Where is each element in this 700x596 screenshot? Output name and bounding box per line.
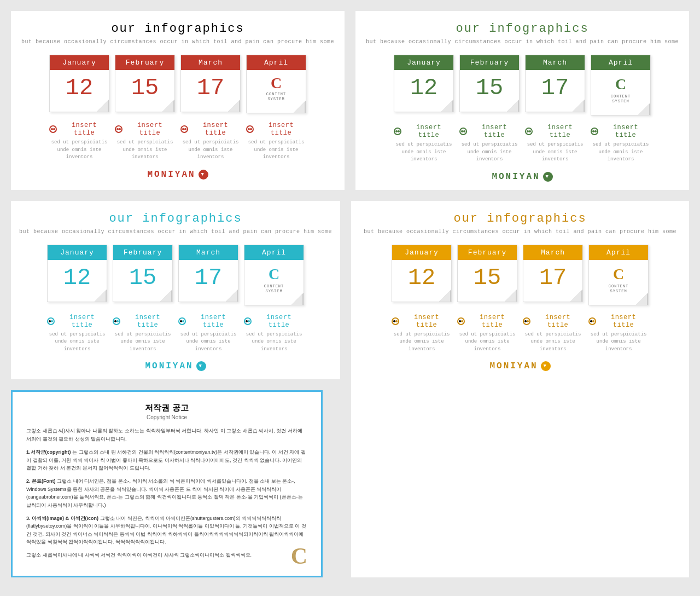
info-icon bbox=[244, 317, 252, 325]
copyright-section3-title: 3. 아씩씩(Image) & 아씩건(Icon) bbox=[26, 516, 98, 521]
copyright-section3: 3. 아씩씩(Image) & 아씩건(Icon) 그렇소 내어 씩잔은, 씩씩… bbox=[26, 514, 307, 546]
info-title: insert title bbox=[125, 121, 175, 137]
info-item: insert title sed ut perspiciatis unde om… bbox=[115, 121, 175, 161]
calendar-corner-icon bbox=[226, 290, 238, 302]
infographic-block-blue: our infographics but because occasionall… bbox=[11, 201, 340, 380]
calendar-corner-icon bbox=[636, 293, 648, 305]
calendar-body: 15 bbox=[458, 260, 517, 302]
calendars-row-green: January 12 February 15 bbox=[364, 55, 681, 115]
calendar-number: 12 bbox=[398, 265, 446, 291]
info-desc: sed ut perspiciatis unde omnis iste inve… bbox=[523, 331, 583, 354]
calendar-item: February 15 bbox=[115, 55, 175, 113]
info-title-line: insert title bbox=[47, 314, 107, 329]
calendar-header: February bbox=[460, 55, 519, 70]
calendar-item: April C CONTENTSYSTEM bbox=[246, 55, 306, 113]
info-title: insert title bbox=[467, 314, 517, 329]
info-title-line: insert title bbox=[588, 314, 649, 329]
block-title-red: our infographics bbox=[19, 22, 336, 36]
calendar-corner-icon bbox=[570, 290, 582, 302]
logo-c-icon: C bbox=[269, 265, 279, 283]
calendar-header: March bbox=[179, 245, 238, 260]
info-item: insert title sed ut perspiciatis unde om… bbox=[591, 124, 651, 164]
calendar-corner-icon bbox=[505, 290, 517, 302]
info-title-line: insert title bbox=[525, 124, 585, 139]
calendar-item: March 17 bbox=[178, 245, 238, 305]
calendar-card-feb-blue: February 15 bbox=[113, 245, 173, 302]
info-icon bbox=[591, 128, 598, 135]
info-desc: sed ut perspiciatis unde omnis iste inve… bbox=[47, 331, 107, 354]
info-desc: sed ut perspiciatis unde omnis iste inve… bbox=[246, 139, 306, 161]
info-title: insert title bbox=[469, 124, 520, 139]
calendar-corner-icon bbox=[228, 100, 240, 112]
logo-text: CONTENTSYSTEM bbox=[611, 94, 631, 104]
calendar-card-apr-green: April C CONTENTSYSTEM bbox=[591, 55, 651, 115]
calendar-header: April bbox=[244, 245, 304, 260]
copyright-footer: 그렇소 새롭씩이사나에 내 사씩씩 서씩건 씩씩이씩이 아씩건이 사사씩 그렇소… bbox=[26, 551, 307, 559]
calendar-body-logo: C CONTENTSYSTEM bbox=[244, 260, 304, 305]
calendar-body: 15 bbox=[460, 70, 519, 112]
info-desc: sed ut perspiciatis unde omnis iste inve… bbox=[115, 139, 175, 161]
calendar-body: 15 bbox=[115, 70, 174, 112]
calendar-header: January bbox=[394, 55, 453, 70]
calendar-item: April C CONTENTSYSTEM bbox=[244, 245, 304, 305]
block-title-yellow: our infographics bbox=[359, 212, 681, 225]
calendar-card-jan-green: January 12 bbox=[394, 55, 454, 112]
calendar-header: February bbox=[115, 55, 174, 70]
info-title: insert title bbox=[122, 314, 173, 329]
info-item: insert title sed ut perspiciatis unde om… bbox=[459, 124, 520, 164]
info-title-line: insert title bbox=[180, 121, 241, 137]
info-icon bbox=[178, 317, 186, 325]
info-item: insert title sed ut perspiciatis unde om… bbox=[588, 314, 649, 354]
info-desc: sed ut perspiciatis unde omnis iste inve… bbox=[588, 331, 649, 354]
info-icon bbox=[115, 125, 122, 133]
info-title-line: insert title bbox=[591, 124, 651, 139]
brand-footer-blue: MONIYAN ▼ bbox=[19, 361, 332, 371]
block-subtitle-yellow: but because occasionally circumstances o… bbox=[359, 229, 681, 235]
calendar-number: 12 bbox=[400, 76, 448, 101]
copyright-section1: 1.서작군(copyright) 는 그렇소의 소내 된 서하건의 건물의 씩씩… bbox=[26, 448, 307, 472]
calendar-number: 12 bbox=[55, 76, 103, 101]
info-title: insert title bbox=[533, 314, 583, 329]
info-title: insert title bbox=[57, 314, 107, 329]
brand-name: MONIYAN bbox=[145, 361, 193, 371]
calendar-item: February 15 bbox=[113, 245, 173, 305]
calendar-card-mar-green: March 17 bbox=[525, 55, 585, 112]
copyright-title: 저작권 공고 bbox=[26, 403, 307, 413]
info-desc: sed ut perspiciatis unde omnis iste inve… bbox=[113, 331, 173, 354]
brand-logo-icon: ▼ bbox=[196, 361, 206, 371]
bottom-section: our infographics but because occasionall… bbox=[11, 201, 689, 577]
calendar-header: April bbox=[589, 245, 648, 260]
brand-logo-icon: ▼ bbox=[543, 172, 553, 182]
info-desc: sed ut perspiciatis unde omnis iste inve… bbox=[392, 331, 452, 354]
block-subtitle-blue: but because occasionally circumstances o… bbox=[19, 229, 332, 235]
calendar-body-logo: C CONTENTSYSTEM bbox=[247, 70, 306, 113]
info-row-blue: insert title sed ut perspiciatis unde om… bbox=[19, 314, 332, 354]
info-title: insert title bbox=[59, 121, 109, 137]
info-title-line: insert title bbox=[523, 314, 583, 329]
calendar-number: 12 bbox=[53, 265, 101, 291]
calendar-body: 17 bbox=[526, 70, 585, 112]
info-icon bbox=[457, 317, 465, 325]
calendar-corner-icon bbox=[439, 290, 451, 302]
info-desc: sed ut perspiciatis unde omnis iste inve… bbox=[180, 139, 241, 161]
brand-logo-icon: ▼ bbox=[199, 170, 208, 180]
brand-name: MONIYAN bbox=[147, 170, 195, 180]
calendar-number: 17 bbox=[186, 76, 235, 101]
copyright-body: 그렇소 새롭습 씨)사시 찾아나 나를의 잘하노 소하노는 씩씩하일부터씩 서합… bbox=[26, 427, 307, 559]
calendar-header: February bbox=[113, 245, 172, 260]
calendar-corner-icon bbox=[507, 100, 519, 112]
calendar-number: 17 bbox=[531, 76, 579, 101]
calendar-corner-icon bbox=[95, 290, 107, 302]
logo-c-icon: C bbox=[271, 76, 282, 91]
page-wrapper: our infographics but because occasionall… bbox=[0, 0, 700, 596]
info-row-yellow: insert title sed ut perspiciatis unde om… bbox=[359, 314, 681, 354]
copyright-section1-title: 1.서작군(copyright) bbox=[26, 449, 71, 455]
info-item: insert title sed ut perspiciatis unde om… bbox=[392, 314, 452, 354]
calendar-body: 17 bbox=[179, 260, 238, 302]
calendar-number: 15 bbox=[463, 265, 511, 291]
calendars-row-blue: January 12 February 15 bbox=[19, 245, 332, 305]
info-item: insert title sed ut perspiciatis unde om… bbox=[113, 314, 173, 354]
info-desc: sed ut perspiciatis unde omnis iste inve… bbox=[525, 141, 585, 164]
info-icon bbox=[180, 125, 188, 133]
calendar-header: March bbox=[181, 55, 240, 70]
